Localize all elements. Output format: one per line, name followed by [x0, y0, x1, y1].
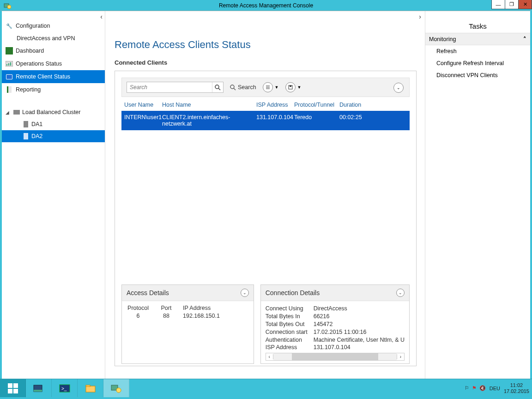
search-icon-button[interactable] — [212, 82, 223, 92]
access-details-title: Access Details — [127, 289, 169, 296]
ad-protocol: 6 — [127, 313, 150, 319]
nav-item-reporting[interactable]: Reporting — [2, 83, 105, 96]
connection-details-panel: Connection Details ⌄ Connect UsingDirect… — [260, 284, 410, 364]
server-icon — [22, 121, 30, 128]
view-options-button[interactable]: ▼ — [263, 82, 279, 92]
taskbar-powershell[interactable]: >_ — [52, 379, 78, 397]
connection-details-title: Connection Details — [266, 289, 320, 296]
cd-row: Connect UsingDirectAccess — [266, 305, 405, 313]
ad-col-port: Port — [157, 305, 175, 311]
minimize-button[interactable]: — — [491, 0, 505, 9]
chevron-down-icon: ⌄ — [399, 290, 402, 295]
section-title: Connected Clients — [115, 59, 417, 66]
nav-label: Remote Client Status — [16, 73, 70, 80]
nav-item-remote-client-status[interactable]: Remote Client Status — [2, 70, 105, 83]
search-icon — [230, 85, 236, 91]
scroll-track[interactable] — [273, 353, 397, 360]
search-input[interactable] — [127, 84, 212, 91]
tree-label: DA1 — [31, 121, 42, 127]
folder-icon — [85, 383, 97, 393]
svg-rect-5 — [10, 62, 11, 66]
svg-line-7 — [218, 88, 220, 90]
svg-rect-4 — [8, 63, 9, 66]
volume-icon[interactable]: 🔇 — [479, 385, 486, 391]
tasks-group-header[interactable]: Monitoring ˄ — [425, 33, 530, 45]
tree-label: DA2 — [31, 133, 42, 139]
chevron-up-icon: ˄ — [523, 36, 526, 42]
cell-host: CLIENT2.intern.einfaches-netzwerk.at — [162, 114, 256, 127]
cd-row: Total Bytes In66216 — [266, 313, 405, 320]
svg-rect-3 — [6, 64, 7, 66]
panel-options-button[interactable]: ⌄ — [393, 83, 404, 93]
col-protocol[interactable]: Protocol/Tunnel — [294, 102, 339, 108]
cell-protocol: Teredo — [294, 114, 339, 127]
grid-body: INTERN\user1 CLIENT2.intern.einfaches-ne… — [121, 111, 410, 281]
grid-header: User Name Host Name ISP Address Protocol… — [121, 97, 410, 111]
ad-ip: 192.168.150.1 — [183, 313, 238, 319]
scroll-right-icon[interactable]: › — [397, 354, 404, 359]
nav-item-configuration[interactable]: Configuration — [2, 19, 105, 32]
start-button[interactable] — [0, 379, 26, 397]
remote-access-icon — [110, 383, 122, 393]
tasks-title: Tasks — [425, 21, 530, 33]
col-isp[interactable]: ISP Address — [256, 102, 294, 108]
cd-row: ISP Address131.107.0.104 — [266, 344, 405, 351]
nav-item-operations-status[interactable]: Operations Status — [2, 57, 105, 70]
horizontal-scrollbar[interactable]: ‹ › — [266, 353, 405, 361]
cell-isp: 131.107.0.104 — [256, 114, 294, 127]
svg-rect-14 — [290, 85, 291, 87]
task-refresh[interactable]: Refresh — [425, 45, 530, 57]
panel-collapse-button[interactable]: ⌄ — [241, 289, 249, 297]
taskbar-server-manager[interactable] — [26, 379, 52, 397]
task-disconnect-vpn-clients[interactable]: Disconnect VPN Clients — [425, 69, 530, 81]
taskbar-remote-access[interactable] — [103, 379, 129, 397]
task-configure-refresh-interval[interactable]: Configure Refresh Interval — [425, 57, 530, 69]
powershell-icon: >_ — [59, 383, 71, 393]
scroll-left-icon[interactable]: ‹ — [266, 354, 273, 359]
action-center-icon[interactable]: ⚑ — [472, 385, 477, 391]
page-title: Remote Access Clients Status — [115, 39, 417, 51]
svg-rect-19 — [86, 386, 95, 392]
window-title: Remote Access Management Console — [219, 2, 313, 9]
flag-icon[interactable]: ⚐ — [465, 385, 469, 391]
nav-label: Operations Status — [16, 60, 62, 67]
cluster-icon — [13, 109, 20, 116]
access-details-row: 6 88 192.168.150.1 — [127, 313, 249, 319]
navigation-pane: ‹ Configuration DirectAccess and VPN Das… — [2, 11, 105, 379]
svg-point-1 — [7, 5, 11, 9]
search-button[interactable]: Search — [230, 84, 256, 91]
nav-item-dashboard[interactable]: Dashboard — [2, 44, 105, 57]
panel-collapse-button[interactable]: ⌄ — [396, 289, 405, 297]
dashboard-icon — [6, 47, 13, 54]
tasks-expand-button[interactable]: › — [419, 13, 421, 20]
tasks-pane: › Tasks Monitoring ˄ Refresh Configure R… — [425, 11, 530, 379]
svg-text:>_: >_ — [61, 386, 67, 391]
cell-user: INTERN\user1 — [124, 114, 162, 127]
tree-expand-icon[interactable]: ◢ — [6, 110, 11, 115]
save-options-button[interactable]: ▼ — [285, 82, 302, 92]
clock[interactable]: 11:02 17.02.2015 — [504, 382, 529, 394]
restore-button[interactable]: ❐ — [505, 0, 519, 9]
col-host[interactable]: Host Name — [162, 102, 256, 108]
chevron-down-icon: ▼ — [275, 85, 279, 90]
language-indicator[interactable]: DEU — [490, 386, 500, 391]
svg-rect-16 — [34, 390, 42, 392]
nav-item-directaccess-vpn[interactable]: DirectAccess and VPN — [2, 32, 105, 44]
col-user[interactable]: User Name — [124, 102, 162, 108]
grid-row[interactable]: INTERN\user1 CLIENT2.intern.einfaches-ne… — [121, 111, 410, 130]
nav-label: Dashboard — [16, 48, 44, 54]
cd-row: Connection start17.02.2015 11:00:16 — [266, 328, 405, 336]
monitor-icon — [6, 73, 13, 80]
taskbar-explorer[interactable] — [78, 379, 103, 397]
nav-collapse-button[interactable]: ‹ — [100, 13, 103, 20]
scroll-thumb[interactable] — [292, 353, 378, 360]
ops-icon — [6, 60, 13, 67]
tree-node-da2[interactable]: DA2 — [2, 130, 105, 142]
close-button[interactable]: ✕ — [518, 0, 532, 9]
report-icon — [6, 86, 13, 93]
col-duration[interactable]: Duration — [339, 102, 372, 108]
tree-node-da1[interactable]: DA1 — [2, 118, 105, 130]
tree-root-cluster[interactable]: ◢ Load Balanced Cluster — [2, 106, 105, 118]
clock-time: 11:02 — [504, 382, 529, 388]
save-icon — [285, 82, 296, 92]
